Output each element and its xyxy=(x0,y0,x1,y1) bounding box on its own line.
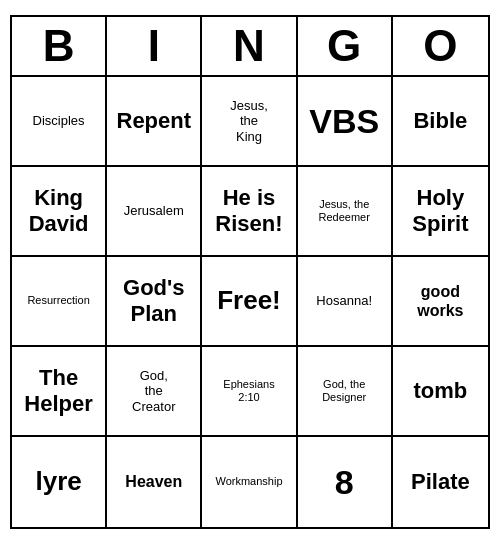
cell-r2-c2[interactable]: Free! xyxy=(202,257,297,347)
cell-text: Jesus, theRedeemer xyxy=(319,198,370,224)
bingo-card: BINGO DisciplesRepentJesus,theKingVBSBib… xyxy=(10,15,490,529)
cell-r1-c0[interactable]: KingDavid xyxy=(12,167,107,257)
cell-r0-c1[interactable]: Repent xyxy=(107,77,202,167)
cell-text: Resurrection xyxy=(27,294,89,307)
cell-text: He isRisen! xyxy=(215,185,282,238)
cell-text: Jesus,theKing xyxy=(230,98,268,145)
header-letter: B xyxy=(12,17,107,75)
cell-text: Ephesians2:10 xyxy=(223,378,274,404)
cell-text: God,theCreator xyxy=(132,368,175,415)
cell-r2-c0[interactable]: Resurrection xyxy=(12,257,107,347)
cell-text: 8 xyxy=(335,462,354,503)
cell-text: Pilate xyxy=(411,469,470,495)
cell-r4-c3[interactable]: 8 xyxy=(298,437,393,527)
cell-text: God'sPlan xyxy=(123,275,184,328)
cell-r3-c0[interactable]: TheHelper xyxy=(12,347,107,437)
cell-text: Bible xyxy=(413,108,467,134)
bingo-grid: DisciplesRepentJesus,theKingVBSBibleKing… xyxy=(12,77,488,527)
cell-r4-c4[interactable]: Pilate xyxy=(393,437,488,527)
cell-text: Workmanship xyxy=(215,475,282,488)
cell-text: Free! xyxy=(217,285,281,316)
cell-text: Jerusalem xyxy=(124,203,184,219)
cell-r2-c3[interactable]: Hosanna! xyxy=(298,257,393,347)
cell-r3-c4[interactable]: tomb xyxy=(393,347,488,437)
header-letter: O xyxy=(393,17,488,75)
cell-r2-c1[interactable]: God'sPlan xyxy=(107,257,202,347)
cell-r1-c1[interactable]: Jerusalem xyxy=(107,167,202,257)
cell-text: Hosanna! xyxy=(316,293,372,309)
cell-r4-c2[interactable]: Workmanship xyxy=(202,437,297,527)
cell-text: God, theDesigner xyxy=(322,378,366,404)
cell-text: VBS xyxy=(309,101,379,142)
cell-text: lyre xyxy=(35,466,81,497)
cell-r1-c3[interactable]: Jesus, theRedeemer xyxy=(298,167,393,257)
cell-r0-c2[interactable]: Jesus,theKing xyxy=(202,77,297,167)
cell-text: goodworks xyxy=(417,282,463,320)
cell-r0-c0[interactable]: Disciples xyxy=(12,77,107,167)
header-letter: I xyxy=(107,17,202,75)
cell-text: HolySpirit xyxy=(412,185,468,238)
cell-text: Disciples xyxy=(33,113,85,129)
cell-r0-c4[interactable]: Bible xyxy=(393,77,488,167)
cell-r3-c3[interactable]: God, theDesigner xyxy=(298,347,393,437)
header-letter: G xyxy=(298,17,393,75)
header-letter: N xyxy=(202,17,297,75)
cell-text: tomb xyxy=(414,378,468,404)
cell-r3-c2[interactable]: Ephesians2:10 xyxy=(202,347,297,437)
cell-r1-c4[interactable]: HolySpirit xyxy=(393,167,488,257)
cell-text: Heaven xyxy=(125,472,182,491)
cell-r1-c2[interactable]: He isRisen! xyxy=(202,167,297,257)
cell-text: Repent xyxy=(117,108,192,134)
cell-r2-c4[interactable]: goodworks xyxy=(393,257,488,347)
cell-r3-c1[interactable]: God,theCreator xyxy=(107,347,202,437)
cell-r4-c0[interactable]: lyre xyxy=(12,437,107,527)
cell-text: TheHelper xyxy=(24,365,92,418)
bingo-header: BINGO xyxy=(12,17,488,77)
cell-r4-c1[interactable]: Heaven xyxy=(107,437,202,527)
cell-text: KingDavid xyxy=(29,185,89,238)
cell-r0-c3[interactable]: VBS xyxy=(298,77,393,167)
